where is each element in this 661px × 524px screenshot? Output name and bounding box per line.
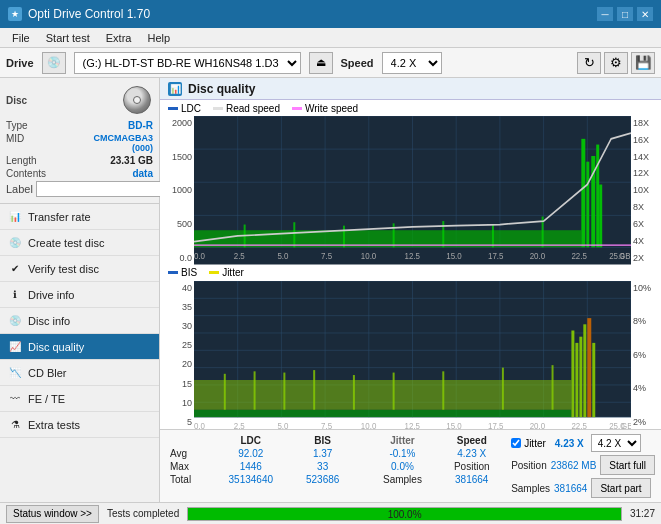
jitter-checkbox[interactable] bbox=[511, 438, 521, 448]
eject-button[interactable]: ⏏ bbox=[309, 52, 333, 74]
write-speed-legend-dot bbox=[292, 107, 302, 110]
sidebar-item-disc-info[interactable]: 💿 Disc info bbox=[0, 308, 159, 334]
speed-select-stats[interactable]: 4.2 X bbox=[591, 434, 641, 452]
sidebar-item-label-disc-info: Disc info bbox=[28, 315, 70, 327]
svg-rect-74 bbox=[393, 372, 395, 409]
svg-rect-72 bbox=[313, 370, 315, 410]
svg-rect-23 bbox=[293, 222, 295, 247]
max-bis: 33 bbox=[291, 460, 354, 473]
bis-legend-label: BIS bbox=[181, 267, 197, 278]
sidebar-item-fe-te[interactable]: 〰 FE / TE bbox=[0, 386, 159, 412]
top-chart-legend: LDC Read speed Write speed bbox=[160, 100, 661, 116]
stats-row-total: Total 35134640 523686 Samples 381664 bbox=[166, 473, 505, 486]
avg-jitter: -0.1% bbox=[367, 447, 439, 460]
total-label: Total bbox=[166, 473, 211, 486]
svg-rect-65 bbox=[579, 336, 582, 416]
stats-right-panel: Jitter 4.23 X 4.2 X Position 23862 MB St… bbox=[511, 434, 655, 498]
sidebar-item-cd-bler[interactable]: 📉 CD Bler bbox=[0, 360, 159, 386]
menu-file[interactable]: File bbox=[4, 30, 38, 46]
ldc-legend-dot bbox=[168, 107, 178, 110]
sidebar-item-verify-test-disc[interactable]: ✔ Verify test disc bbox=[0, 256, 159, 282]
menu-help[interactable]: Help bbox=[139, 30, 178, 46]
bis-legend-dot bbox=[168, 271, 178, 274]
sidebar: Disc Type BD-R MID CMCMAGBA3 (000) Lengt… bbox=[0, 78, 160, 502]
svg-text:20.0: 20.0 bbox=[530, 420, 545, 429]
type-value: BD-R bbox=[128, 120, 153, 131]
svg-text:12.5: 12.5 bbox=[405, 420, 420, 429]
settings-button[interactable]: ⚙ bbox=[604, 52, 628, 74]
drive-select[interactable]: (G:) HL-DT-ST BD-RE WH16NS48 1.D3 bbox=[74, 52, 301, 74]
max-jitter: 0.0% bbox=[367, 460, 439, 473]
sidebar-item-label-cd-bler: CD Bler bbox=[28, 367, 67, 379]
refresh-button[interactable]: ↻ bbox=[577, 52, 601, 74]
sidebar-item-label-create-test-disc: Create test disc bbox=[28, 237, 104, 249]
svg-text:7.5: 7.5 bbox=[321, 250, 332, 261]
bottom-chart-legend: BIS Jitter bbox=[160, 265, 661, 281]
sidebar-item-disc-quality[interactable]: 📈 Disc quality bbox=[0, 334, 159, 360]
col-header-jitter: Jitter bbox=[367, 434, 439, 447]
samples-row: Samples 381664 Start part bbox=[511, 478, 655, 498]
svg-rect-67 bbox=[587, 318, 591, 417]
top-chart-container: 0.0 2.5 5.0 7.5 10.0 12.5 15.0 17.5 20.0… bbox=[194, 116, 631, 265]
drive-info-icon: ℹ bbox=[8, 288, 22, 302]
top-chart-y-labels-right: 18X 16X 14X 12X 10X 8X 6X 4X 2X bbox=[631, 116, 659, 265]
sidebar-item-extra-tests[interactable]: ⚗ Extra tests bbox=[0, 412, 159, 438]
progress-bar-container: 100.0% bbox=[187, 507, 622, 521]
avg-speed: 4.23 X bbox=[438, 447, 505, 460]
svg-text:0.0: 0.0 bbox=[194, 250, 205, 261]
label-input[interactable] bbox=[36, 181, 169, 197]
sidebar-item-create-test-disc[interactable]: 💿 Create test disc bbox=[0, 230, 159, 256]
bottom-chart-container: 0.0 2.5 5.0 7.5 10.0 12.5 15.0 17.5 20.0… bbox=[194, 281, 631, 430]
avg-label: Avg bbox=[166, 447, 211, 460]
max-empty bbox=[354, 460, 366, 473]
svg-text:0.0: 0.0 bbox=[194, 420, 205, 429]
close-button[interactable]: ✕ bbox=[637, 7, 653, 21]
bottom-chart-y-labels: 40 35 30 25 20 15 10 5 bbox=[162, 281, 194, 430]
sidebar-item-label-drive-info: Drive info bbox=[28, 289, 74, 301]
disc-quality-header: 📊 Disc quality bbox=[160, 78, 661, 100]
status-bar: Status window >> Tests completed 100.0% … bbox=[0, 502, 661, 524]
svg-rect-76 bbox=[502, 367, 504, 409]
transfer-rate-icon: 📊 bbox=[8, 210, 22, 224]
minimize-button[interactable]: ─ bbox=[597, 7, 613, 21]
speed-display: 4.23 X bbox=[555, 438, 584, 449]
dq-title: Disc quality bbox=[188, 82, 255, 96]
position-value: 23862 MB bbox=[551, 460, 597, 471]
svg-rect-73 bbox=[353, 375, 355, 410]
drive-icon-button[interactable]: 💿 bbox=[42, 52, 66, 74]
start-full-button[interactable]: Start full bbox=[600, 455, 655, 475]
samples-label-2: Samples bbox=[511, 483, 550, 494]
stats-table: LDC BIS Jitter Speed Avg 92 bbox=[166, 434, 505, 486]
svg-rect-75 bbox=[442, 371, 444, 409]
mid-value: CMCMAGBA3 (000) bbox=[73, 133, 153, 153]
svg-text:15.0: 15.0 bbox=[446, 420, 461, 429]
svg-text:12.5: 12.5 bbox=[405, 250, 421, 261]
maximize-button[interactable]: □ bbox=[617, 7, 633, 21]
col-header-bis: BIS bbox=[291, 434, 354, 447]
status-window-button[interactable]: Status window >> bbox=[6, 505, 99, 523]
svg-text:22.5: 22.5 bbox=[571, 420, 586, 429]
sidebar-menu: 📊 Transfer rate 💿 Create test disc ✔ Ver… bbox=[0, 204, 159, 502]
svg-rect-64 bbox=[575, 342, 578, 416]
svg-text:15.0: 15.0 bbox=[446, 250, 462, 261]
disc-info-icon: 💿 bbox=[8, 314, 22, 328]
sidebar-item-transfer-rate[interactable]: 📊 Transfer rate bbox=[0, 204, 159, 230]
svg-text:2.5: 2.5 bbox=[234, 250, 245, 261]
sidebar-item-drive-info[interactable]: ℹ Drive info bbox=[0, 282, 159, 308]
svg-rect-77 bbox=[552, 365, 554, 410]
save-button[interactable]: 💾 bbox=[631, 52, 655, 74]
svg-text:17.5: 17.5 bbox=[488, 420, 503, 429]
position-row: Position 23862 MB Start full bbox=[511, 455, 655, 475]
menu-start-test[interactable]: Start test bbox=[38, 30, 98, 46]
sidebar-item-label-transfer-rate: Transfer rate bbox=[28, 211, 91, 223]
status-text: Tests completed bbox=[107, 508, 179, 519]
svg-rect-66 bbox=[583, 324, 586, 417]
jitter-row: Jitter 4.23 X 4.2 X bbox=[511, 434, 655, 452]
stats-row-max: Max 1446 33 0.0% Position bbox=[166, 460, 505, 473]
total-empty bbox=[354, 473, 366, 486]
menu-extra[interactable]: Extra bbox=[98, 30, 140, 46]
speed-select[interactable]: 4.2 X bbox=[382, 52, 442, 74]
start-part-button[interactable]: Start part bbox=[591, 478, 650, 498]
avg-bis: 1.37 bbox=[291, 447, 354, 460]
verify-test-disc-icon: ✔ bbox=[8, 262, 22, 276]
